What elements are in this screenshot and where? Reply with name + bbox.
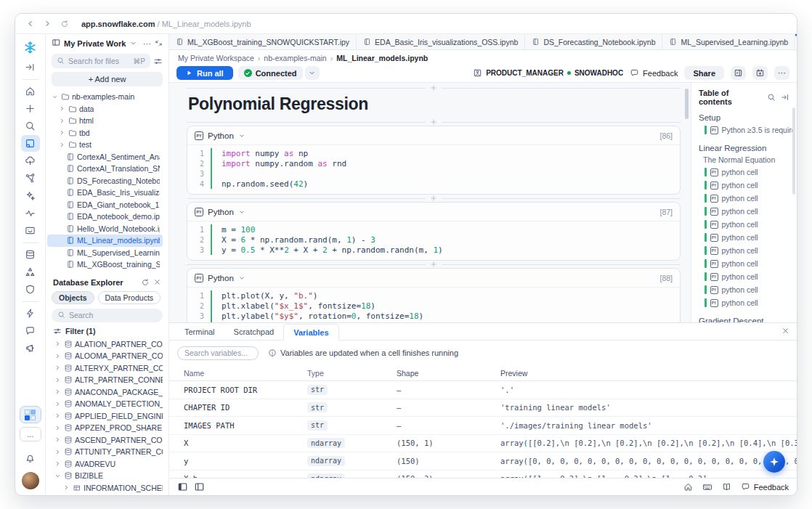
back-icon[interactable] bbox=[25, 19, 35, 28]
folder-tree-item[interactable]: data bbox=[47, 103, 163, 115]
code-line[interactable]: y = 0.5 * X**2 + X + 2 + np.random.randn… bbox=[212, 245, 443, 255]
file-tree-item[interactable]: Hello_World_Notebook.ipy... bbox=[47, 223, 163, 235]
column-header-preview[interactable]: Preview bbox=[500, 369, 797, 378]
governance-icon[interactable] bbox=[21, 264, 40, 280]
home-icon[interactable] bbox=[683, 482, 693, 492]
toc-subsection-header[interactable]: The Normal Equation bbox=[703, 155, 794, 164]
rail-more-button[interactable]: ... bbox=[20, 427, 41, 441]
chevron-right-icon[interactable] bbox=[54, 353, 62, 359]
database-list-item[interactable]: AVADREVU bbox=[47, 458, 166, 471]
toc-cell-item[interactable]: PYpython cell bbox=[705, 192, 794, 205]
table-row[interactable]: PROJECT_ROOT_DIRstr–'.' bbox=[169, 381, 797, 399]
security-icon[interactable] bbox=[21, 281, 40, 298]
chevron-right-icon[interactable] bbox=[54, 365, 62, 371]
cell-language-label[interactable]: Python bbox=[208, 274, 234, 282]
code-line[interactable]: import numpy as np bbox=[212, 149, 308, 158]
database-filter[interactable]: Filter (1) bbox=[46, 324, 169, 337]
database-list-item[interactable]: APPLIED_FIELD_ENGINEERI... bbox=[47, 410, 166, 423]
chevron-down-icon[interactable] bbox=[238, 132, 245, 139]
ai-ml-icon[interactable] bbox=[21, 152, 40, 169]
create-icon[interactable] bbox=[21, 100, 40, 117]
file-search-input[interactable]: Search for files ⌘P bbox=[52, 54, 150, 68]
file-tree-item[interactable]: ML_Supervised_Learning.i... bbox=[47, 247, 163, 259]
file-tree-item[interactable]: CortexAI_Translation_SNO... bbox=[47, 163, 163, 175]
toggle-left-panel-icon[interactable] bbox=[177, 481, 188, 492]
code-cell[interactable]: PYPython[87]1m = 1002X = 6 * np.random.r… bbox=[187, 202, 681, 261]
home-icon[interactable] bbox=[21, 83, 40, 99]
column-header-type[interactable]: Type bbox=[307, 369, 397, 378]
code-line[interactable]: m = 100 bbox=[212, 225, 255, 235]
file-tree-item[interactable]: ML_XGBoost_training_SN... bbox=[47, 258, 163, 271]
database-list-item[interactable]: ATTUNITY_PARTNER_CON... bbox=[47, 446, 166, 458]
toc-cell-item[interactable]: PYpython cell bbox=[705, 283, 794, 296]
variables-search-input[interactable]: Search variables... bbox=[177, 346, 259, 360]
database-list-item[interactable]: ANOMALY_DETECTION_APP bbox=[47, 398, 166, 410]
toggle-right-panel-icon[interactable] bbox=[194, 481, 205, 492]
chevron-down-icon[interactable] bbox=[129, 37, 137, 50]
chevron-down-icon[interactable] bbox=[54, 473, 62, 479]
notebook-tab[interactable]: ML_Supervised_Learning.ipynb bbox=[662, 34, 795, 49]
table-row[interactable]: X_bndarray(150, 2)array([[1. , 0.2],\n [… bbox=[169, 471, 797, 479]
schema-list-item[interactable]: INFORMATION_SCHEMA bbox=[47, 482, 166, 494]
connection-chevron[interactable] bbox=[305, 66, 320, 80]
cell-code[interactable]: 1m = 1002X = 6 * np.random.rand(m, 1) - … bbox=[187, 221, 680, 260]
cell-language-label[interactable]: Python bbox=[208, 131, 234, 140]
table-row[interactable]: CHAPTER_IDstr–'training_linear_models' bbox=[169, 399, 797, 418]
code-cell[interactable]: PYPython[86]1import numpy as np2import n… bbox=[187, 126, 681, 195]
support-icon[interactable] bbox=[21, 322, 40, 339]
code-line[interactable]: plt.xlabel("$x_1$", fontsize=18) bbox=[212, 301, 375, 311]
chevron-right-icon[interactable] bbox=[54, 388, 62, 395]
toc-cell-item[interactable]: PYpython cell bbox=[705, 231, 794, 244]
toc-cell-item[interactable]: PYpython cell bbox=[705, 218, 794, 231]
panel-tab-scratchpad[interactable]: Scratchpad bbox=[224, 323, 284, 340]
file-tree-item[interactable]: EDA_notebook_demo.ipynb bbox=[47, 211, 163, 223]
workspace-title[interactable]: My Private Work... bbox=[64, 39, 126, 48]
code-line[interactable]: plt.plot(X, y, "b.") bbox=[212, 291, 317, 301]
chevron-right-icon[interactable] bbox=[59, 118, 66, 124]
folder-tree-item[interactable]: tbd bbox=[47, 127, 163, 139]
close-icon[interactable] bbox=[781, 327, 789, 335]
close-icon[interactable] bbox=[153, 278, 161, 286]
notebook-tab[interactable]: ML_XGBoost_training_SNOWQUICKSTART.ipy bbox=[169, 34, 357, 49]
database-list-item[interactable]: ANACONDA_PACKAGE_SH... bbox=[47, 386, 166, 399]
cell-language-label[interactable]: Python bbox=[208, 208, 234, 216]
notifications-icon[interactable] bbox=[21, 450, 40, 467]
feedback-link[interactable]: Feedback bbox=[630, 68, 678, 78]
add-cell-icon[interactable] bbox=[430, 84, 437, 91]
column-header-name[interactable]: Name bbox=[184, 369, 307, 378]
refresh-icon[interactable] bbox=[141, 278, 150, 287]
projects-icon[interactable] bbox=[21, 135, 40, 152]
chevron-down-icon[interactable] bbox=[238, 274, 245, 282]
chevron-down-icon[interactable] bbox=[52, 94, 59, 100]
code-cell[interactable]: PYPython[88]1plt.plot(X, y, "b.")2plt.xl… bbox=[187, 268, 681, 322]
toc-cell-item[interactable]: PYpython cell bbox=[705, 244, 794, 257]
add-cell-icon[interactable] bbox=[430, 195, 437, 202]
snowflake-logo[interactable] bbox=[21, 38, 40, 57]
reload-icon[interactable] bbox=[60, 20, 69, 28]
database-list-item[interactable]: ASCEND_PARTNER_CONNE... bbox=[47, 434, 166, 447]
cell-code[interactable]: 1import numpy as np2import numpy.random … bbox=[187, 145, 680, 194]
toc-cell-item[interactable]: PYpython cell bbox=[705, 270, 794, 283]
chevron-right-icon[interactable] bbox=[54, 377, 62, 383]
chevron-right-icon[interactable] bbox=[59, 142, 66, 148]
toc-cell-item[interactable]: PYpython cell bbox=[705, 257, 794, 270]
workspace-more-icon[interactable]: ⋯ bbox=[143, 39, 152, 49]
code-line[interactable]: import numpy.random as rnd bbox=[212, 159, 346, 168]
chevron-right-icon[interactable] bbox=[54, 341, 62, 347]
breadcrumb-item[interactable]: nb-examples-main bbox=[264, 54, 326, 62]
panel-tab-variables[interactable]: Variables bbox=[283, 324, 338, 341]
collapse-rail-icon[interactable] bbox=[21, 59, 40, 76]
code-line[interactable]: plt.ylabel("$y$", rotation=0, fontsize=1… bbox=[212, 311, 423, 321]
dbx-tab-data-products[interactable]: Data Products bbox=[98, 291, 161, 304]
keyboard-shortcuts-icon[interactable] bbox=[702, 482, 712, 492]
folder-tree-item[interactable]: test bbox=[47, 139, 163, 151]
chevron-right-icon[interactable] bbox=[59, 105, 66, 112]
notebook-scrollbar[interactable] bbox=[685, 89, 689, 119]
notebook-tab[interactable]: DS_Forecasting_Notebook.ipynb bbox=[525, 34, 662, 49]
user-avatar[interactable] bbox=[22, 472, 39, 489]
toc-cell-item[interactable]: PYpython cell bbox=[705, 166, 794, 179]
database-list-item[interactable]: ALTR_PARTNER_CONNECT bbox=[47, 374, 166, 386]
database-list-item[interactable]: ALTERYX_PARTNER_CONN... bbox=[47, 362, 166, 375]
add-cell-icon[interactable] bbox=[430, 261, 437, 268]
context-selector[interactable]: PRODUCT_MANAGER SNOWADHOC bbox=[473, 68, 623, 78]
